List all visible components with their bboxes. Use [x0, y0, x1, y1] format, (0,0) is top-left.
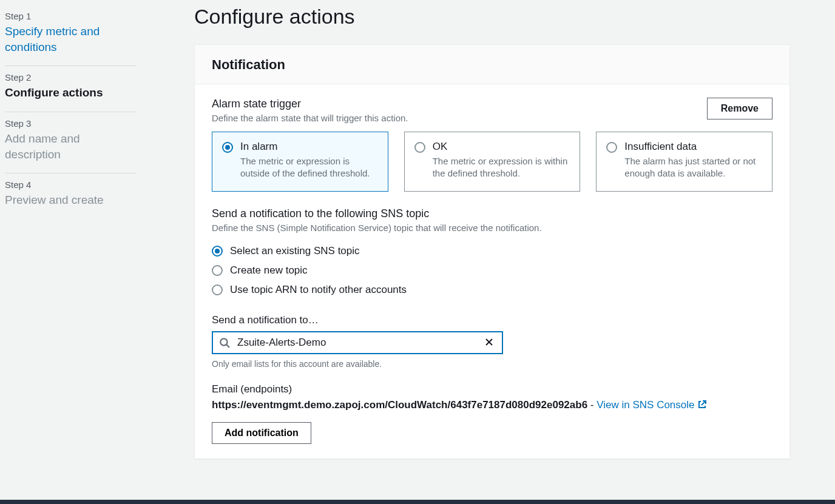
bottom-bar — [0, 500, 835, 504]
svg-point-0 — [220, 338, 227, 345]
view-in-sns-link[interactable]: View in SNS Console — [597, 399, 706, 411]
sns-option-arn-label: Use topic ARN to notify other accounts — [230, 284, 407, 296]
page-title: Configure actions — [194, 5, 790, 29]
wizard-step-3: Step 3 Add name and description — [5, 112, 136, 173]
sns-topic-input[interactable] — [236, 336, 482, 349]
wizard-steps: Step 1 Specify metric and conditions Ste… — [0, 0, 158, 497]
sns-desc: Define the SNS (Simple Notification Serv… — [212, 223, 772, 233]
notification-panel-header: Notification — [195, 45, 789, 84]
radio-icon — [212, 246, 223, 257]
radio-icon — [222, 142, 233, 153]
sns-topic-combobox[interactable] — [212, 331, 503, 354]
endpoints-label: Email (endpoints) — [212, 383, 772, 395]
sns-option-existing-label: Select an existing SNS topic — [230, 245, 360, 257]
alarm-trigger-desc: Define the alarm state that will trigger… — [212, 113, 772, 123]
endpoint-separator: - — [587, 399, 597, 411]
sns-topic-mode-options: Select an existing SNS topic Create new … — [212, 241, 772, 300]
radio-icon — [606, 142, 617, 153]
alarm-state-ok[interactable]: OK The metric or expression is within th… — [404, 132, 581, 192]
wizard-step-2-label: Step 2 — [5, 72, 136, 82]
wizard-step-4-label: Step 4 — [5, 180, 136, 190]
wizard-step-2-title: Configure actions — [5, 85, 136, 101]
alarm-state-ok-desc: The metric or expression is within the d… — [433, 155, 570, 180]
alarm-state-insufficient-desc: The alarm has just started or not enough… — [624, 155, 762, 180]
notification-heading: Notification — [212, 57, 772, 73]
sns-option-create-label: Create new topic — [230, 264, 308, 277]
radio-icon — [212, 284, 223, 295]
alarm-trigger-title: Alarm state trigger — [212, 98, 772, 110]
add-notification-button[interactable]: Add notification — [212, 422, 311, 444]
wizard-step-1[interactable]: Step 1 Specify metric and conditions — [5, 5, 136, 66]
external-link-icon — [697, 400, 707, 412]
alarm-state-insufficient-title: Insufficient data — [624, 141, 762, 153]
svg-line-1 — [226, 344, 229, 348]
wizard-step-1-title[interactable]: Specify metric and conditions — [5, 24, 136, 55]
alarm-state-ok-title: OK — [433, 141, 570, 153]
alarm-state-options: In alarm The metric or expression is out… — [212, 132, 772, 192]
alarm-state-in-alarm[interactable]: In alarm The metric or expression is out… — [212, 132, 388, 192]
sns-option-arn[interactable]: Use topic ARN to notify other accounts — [212, 280, 772, 300]
remove-button[interactable]: Remove — [707, 98, 772, 119]
radio-icon — [212, 265, 223, 276]
radio-icon — [414, 142, 425, 153]
wizard-step-4-title: Preview and create — [5, 192, 136, 208]
notification-panel: Notification Remove Alarm state trigger … — [194, 44, 790, 459]
wizard-step-3-title: Add name and description — [5, 131, 136, 162]
search-icon — [219, 337, 230, 348]
main-content: Configure actions Notification Remove Al… — [158, 0, 801, 497]
view-in-sns-label: View in SNS Console — [597, 399, 694, 411]
sns-option-create[interactable]: Create new topic — [212, 261, 772, 280]
wizard-step-4: Step 4 Preview and create — [5, 173, 136, 219]
sns-option-existing[interactable]: Select an existing SNS topic — [212, 241, 772, 261]
alarm-state-in-alarm-title: In alarm — [240, 141, 378, 153]
notify-to-help: Only email lists for this account are av… — [212, 359, 772, 369]
endpoint-url: https://eventmgmt.demo.zapoj.com/CloudWa… — [212, 399, 587, 411]
alarm-state-in-alarm-desc: The metric or expression is outside of t… — [240, 155, 378, 180]
wizard-step-3-label: Step 3 — [5, 118, 136, 129]
endpoint-line: https://eventmgmt.demo.zapoj.com/CloudWa… — [212, 399, 772, 412]
wizard-step-1-label: Step 1 — [5, 11, 136, 21]
clear-icon[interactable] — [482, 336, 496, 349]
wizard-step-2: Step 2 Configure actions — [5, 66, 136, 112]
alarm-state-insufficient[interactable]: Insufficient data The alarm has just sta… — [596, 132, 772, 192]
sns-title: Send a notification to the following SNS… — [212, 207, 772, 220]
notify-to-label: Send a notification to… — [212, 314, 772, 326]
